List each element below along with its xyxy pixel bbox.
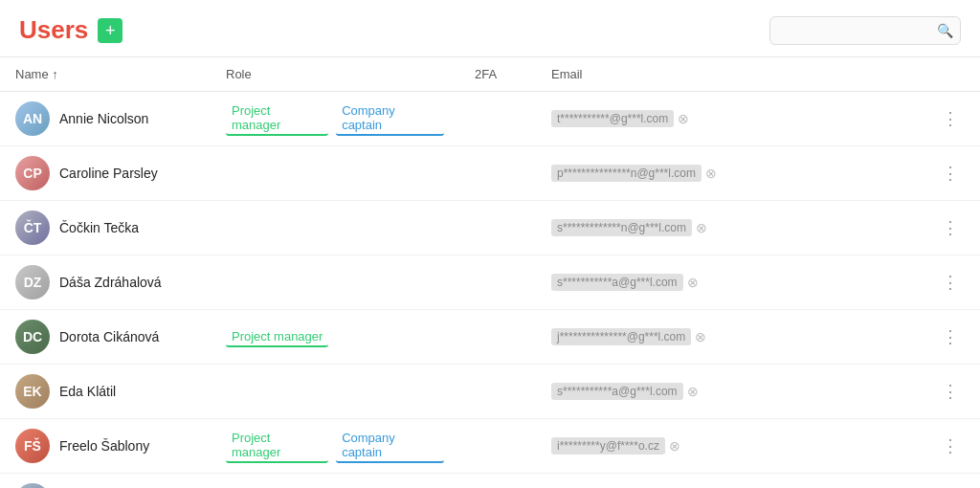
more-options-icon[interactable]: ⋮ [936, 380, 965, 403]
role-cell: Project manager [211, 310, 459, 365]
name-cell: CP Caroline Parsley [0, 146, 211, 201]
2fa-cell [459, 365, 536, 419]
email-cell: j***************@g***l.com ⊗ [536, 310, 921, 365]
email-masked: t***********@g***l.com [551, 110, 674, 127]
user-name: Čočkin Tečka [59, 220, 139, 235]
role-cell [211, 201, 459, 255]
user-name: Dorota Cikánová [59, 329, 159, 344]
add-user-button[interactable]: + [98, 18, 122, 43]
col-header-2fa: 2FA [459, 57, 536, 92]
user-name: Caroline Parsley [59, 166, 158, 181]
email-cell: t***********@g***l.com ⊗ [536, 92, 921, 146]
email-cell: s*************n@g***l.com ⊗ [536, 201, 921, 255]
actions-cell: ⋮ [921, 310, 980, 365]
role-cell: Project managerCompany captain [211, 92, 459, 146]
col-header-name: Name ↑ [0, 57, 211, 92]
project-manager-badge: Project manager [226, 101, 328, 136]
avatar: DC [15, 320, 50, 354]
avatar: ČT [15, 211, 50, 245]
search-icon: 🔍 [937, 23, 953, 38]
table-row: CP Caroline Parsley p***************n@g*… [0, 146, 980, 201]
email-masked: s***********a@g***l.com [551, 383, 683, 400]
more-options-icon[interactable]: ⋮ [936, 107, 965, 130]
project-manager-badge: Project manager [226, 429, 328, 463]
2fa-cell [459, 201, 536, 255]
page-title: Users [19, 15, 88, 45]
table-header: Name ↑ Role 2FA Email [0, 57, 980, 92]
more-options-icon[interactable]: ⋮ [936, 434, 965, 457]
avatar: AN [15, 101, 50, 136]
table-body: AN Annie Nicolson Project managerCompany… [0, 92, 980, 489]
table-row: JK Jan Kulda 2FA j****a@g***l.com ⊗ ⋮ [0, 474, 980, 489]
2fa-cell [459, 255, 536, 310]
users-table: Name ↑ Role 2FA Email AN Annie Nicolson … [0, 56, 980, 488]
email-masked: i*********y@f****o.cz [551, 437, 665, 455]
header-left: Users + [19, 15, 122, 45]
email-cell: s***********a@g***l.com ⊗ [536, 365, 921, 419]
2fa-cell [459, 92, 536, 146]
actions-cell: ⋮ [921, 474, 980, 489]
remove-email-icon[interactable]: ⊗ [687, 384, 699, 399]
email-cell: i*********y@f****o.cz ⊗ [536, 419, 921, 474]
2fa-cell [459, 146, 536, 201]
avatar: JK [15, 483, 50, 488]
user-name: Dáša Zdráhalová [59, 275, 162, 290]
remove-email-icon[interactable]: ⊗ [696, 220, 707, 235]
role-cell [211, 255, 459, 310]
email-masked: s***********a@g***l.com [551, 274, 683, 291]
more-options-icon[interactable]: ⋮ [936, 216, 965, 239]
user-name: Eda Klátil [59, 384, 116, 399]
name-cell: FŠ Freelo Šablony [0, 419, 211, 474]
col-header-email: Email [536, 57, 921, 92]
email-masked: p***************n@g***l.com [551, 165, 702, 182]
table-row: ČT Čočkin Tečka s*************n@g***l.co… [0, 201, 980, 255]
project-manager-badge: Project manager [226, 327, 328, 347]
col-header-actions [921, 57, 980, 92]
table-row: FŠ Freelo Šablony Project managerCompany… [0, 419, 980, 474]
email-cell: s***********a@g***l.com ⊗ [536, 255, 921, 310]
avatar: EK [15, 374, 50, 409]
page-header: Users + 🔍 [0, 0, 980, 56]
remove-email-icon[interactable]: ⊗ [678, 111, 689, 126]
actions-cell: ⋮ [921, 201, 980, 255]
user-name: Freelo Šablony [59, 438, 149, 454]
remove-email-icon[interactable]: ⊗ [695, 329, 706, 344]
2fa-cell [459, 310, 536, 365]
more-options-icon[interactable]: ⋮ [936, 325, 965, 348]
avatar: CP [15, 156, 50, 190]
table-row: DZ Dáša Zdráhalová s***********a@g***l.c… [0, 255, 980, 310]
email-masked: s*************n@g***l.com [551, 219, 692, 236]
table-row: EK Eda Klátil s***********a@g***l.com ⊗ … [0, 365, 980, 419]
email-cell: j****a@g***l.com ⊗ [536, 474, 921, 489]
remove-email-icon[interactable]: ⊗ [669, 438, 680, 454]
role-cell [211, 146, 459, 201]
table-row: DC Dorota Cikánová Project manager j****… [0, 310, 980, 365]
remove-email-icon[interactable]: ⊗ [705, 166, 717, 181]
name-cell: DZ Dáša Zdráhalová [0, 255, 211, 310]
more-options-icon[interactable]: ⋮ [936, 271, 965, 294]
actions-cell: ⋮ [921, 146, 980, 201]
avatar: FŠ [15, 429, 50, 463]
user-name: Annie Nicolson [59, 111, 148, 126]
search-wrap: 🔍 [769, 16, 961, 45]
avatar: DZ [15, 265, 50, 299]
col-header-role: Role [211, 57, 459, 92]
table-row: AN Annie Nicolson Project managerCompany… [0, 92, 980, 146]
more-options-icon[interactable]: ⋮ [936, 162, 965, 185]
actions-cell: ⋮ [921, 419, 980, 474]
company-captain-badge: Company captain [336, 429, 444, 463]
role-cell [211, 365, 459, 419]
actions-cell: ⋮ [921, 92, 980, 146]
role-cell [211, 474, 459, 489]
name-cell: DC Dorota Cikánová [0, 310, 211, 365]
name-cell: EK Eda Klátil [0, 365, 211, 419]
name-cell: ČT Čočkin Tečka [0, 201, 211, 255]
remove-email-icon[interactable]: ⊗ [687, 275, 699, 290]
company-captain-badge: Company captain [336, 101, 444, 136]
actions-cell: ⋮ [921, 365, 980, 419]
actions-cell: ⋮ [921, 255, 980, 310]
search-input[interactable] [769, 16, 961, 45]
2fa-cell [459, 419, 536, 474]
email-cell: p***************n@g***l.com ⊗ [536, 146, 921, 201]
name-cell: AN Annie Nicolson [0, 92, 211, 146]
